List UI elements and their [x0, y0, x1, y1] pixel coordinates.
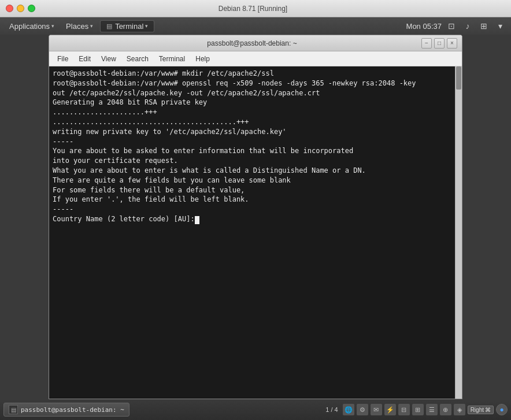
tray-icon-7[interactable]: ☰: [426, 404, 438, 415]
terminal-icon: ▤: [9, 405, 18, 414]
terminal-window: passbolt@passbolt-debian: ~ − □ × File E…: [49, 35, 462, 399]
keyboard-indicator[interactable]: Right ⌘: [468, 406, 494, 414]
places-menu[interactable]: Places ▾: [61, 20, 98, 32]
title-restore-button[interactable]: □: [434, 38, 445, 49]
tray-icon-1[interactable]: 🌐: [343, 404, 354, 415]
terminal-output: root@passbolt-debian:/var/www# mkdir /et…: [53, 69, 451, 224]
kbd-label: Right: [471, 407, 484, 413]
tray-icon-5[interactable]: ⊟: [398, 404, 410, 415]
maximize-button[interactable]: [28, 5, 35, 12]
search-menu[interactable]: Search: [122, 54, 153, 64]
menu-bar-right: Mon 05:37 ⊡ ♪ ⊞ ▾: [406, 20, 506, 32]
outer-window: Debian 8.71 [Running] Applications ▾ Pla…: [0, 0, 511, 420]
menu-bar: Applications ▾ Places ▾ ▤ Terminal ▾ Mon…: [0, 17, 511, 35]
applications-menu[interactable]: Applications ▾: [5, 20, 59, 32]
minimize-button[interactable]: [17, 5, 24, 12]
title-minimize-button[interactable]: −: [421, 38, 432, 49]
cursor: [195, 216, 199, 224]
title-close-button[interactable]: ×: [447, 38, 457, 49]
taskbar-right: 1 / 4 🌐 ⚙ ✉ ⚡ ⊟ ⊞ ☰ ⊕ ◈ Right ⌘ ●: [325, 404, 508, 415]
title-buttons: − □ ×: [421, 38, 457, 49]
network-icon[interactable]: ⊞: [477, 20, 490, 32]
tray-icon-4[interactable]: ⚡: [384, 404, 396, 415]
clock: Mon 05:37: [406, 22, 442, 31]
terminal-menu[interactable]: ▤ Terminal ▾: [100, 20, 154, 32]
system-title: Debian 8.71 [Running]: [219, 5, 287, 13]
kbd-symbol: ⌘: [485, 407, 491, 413]
tray-icon-8[interactable]: ⊕: [440, 404, 451, 415]
passbolt-icon[interactable]: ●: [496, 404, 508, 415]
menu-bar-left: Applications ▾ Places ▾ ▤ Terminal ▾: [5, 20, 154, 32]
tray-icon-2[interactable]: ⚙: [357, 404, 368, 415]
terminal-title: passbolt@passbolt-debian: ~: [83, 39, 421, 47]
window-controls: [6, 5, 35, 12]
terminal-titlebar: passbolt@passbolt-debian: ~ − □ ×: [49, 35, 462, 51]
taskbar-item-label: passbolt@passbolt-debian: ~: [21, 406, 124, 414]
tray-icon-9[interactable]: ◈: [454, 404, 465, 415]
taskbar: ▤ passbolt@passbolt-debian: ~ 1 / 4 🌐 ⚙ …: [0, 399, 511, 420]
applications-label: Applications: [9, 22, 50, 31]
tray-icon-3[interactable]: ✉: [371, 404, 382, 415]
edit-menu[interactable]: Edit: [74, 54, 95, 64]
places-label: Places: [66, 22, 88, 31]
scrollbar[interactable]: [455, 66, 462, 399]
volume-icon[interactable]: ♪: [461, 20, 474, 32]
terminal-with-scroll: root@passbolt-debian:/var/www# mkdir /et…: [49, 66, 462, 399]
terminal-content[interactable]: root@passbolt-debian:/var/www# mkdir /et…: [49, 66, 455, 399]
terminal-submenu[interactable]: Terminal: [154, 54, 190, 64]
applications-arrow: ▾: [51, 23, 54, 29]
terminal-menubar: File Edit View Search Terminal Help: [49, 51, 462, 66]
help-menu[interactable]: Help: [191, 54, 214, 64]
scroll-thumb[interactable]: [456, 66, 461, 90]
tray-icon-6[interactable]: ⊞: [412, 404, 424, 415]
file-menu[interactable]: File: [53, 54, 73, 64]
menu-chevron-icon[interactable]: ▾: [494, 20, 506, 32]
page-indicator: 1 / 4: [325, 406, 338, 413]
terminal-arrow: ▾: [145, 23, 148, 29]
scroll-track: [456, 66, 462, 399]
terminal-label: Terminal: [115, 22, 143, 31]
system-bar: Debian 8.71 [Running]: [0, 0, 511, 17]
taskbar-terminal-item[interactable]: ▤ passbolt@passbolt-debian: ~: [3, 403, 129, 417]
close-button[interactable]: [6, 5, 13, 12]
taskbar-left: ▤ passbolt@passbolt-debian: ~: [3, 403, 129, 417]
monitor-icon[interactable]: ⊡: [445, 20, 458, 32]
places-arrow: ▾: [90, 23, 93, 29]
view-menu[interactable]: View: [97, 54, 121, 64]
